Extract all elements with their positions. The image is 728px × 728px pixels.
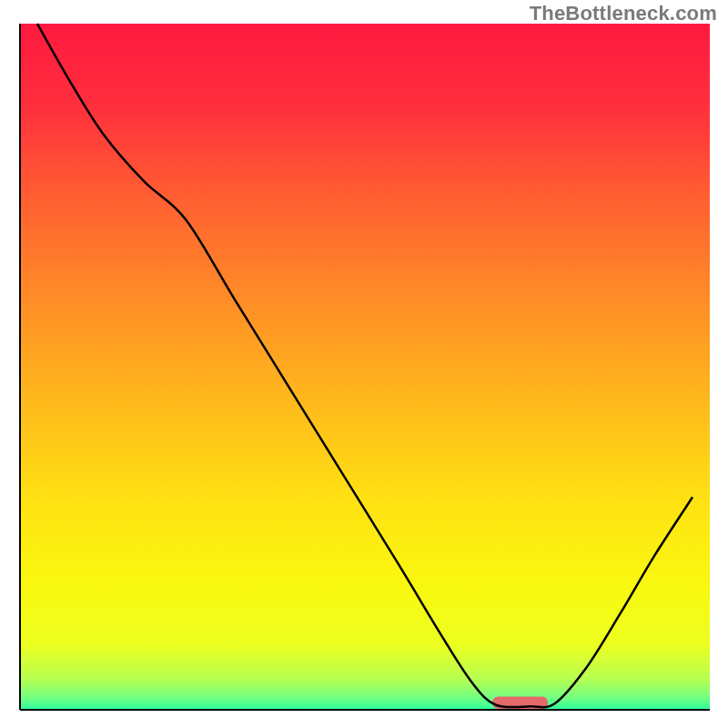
chart-container: TheBottleneck.com xyxy=(0,0,728,728)
attribution-text: TheBottleneck.com xyxy=(530,2,717,25)
bottleneck-chart xyxy=(0,0,728,728)
plot-background xyxy=(20,24,710,710)
